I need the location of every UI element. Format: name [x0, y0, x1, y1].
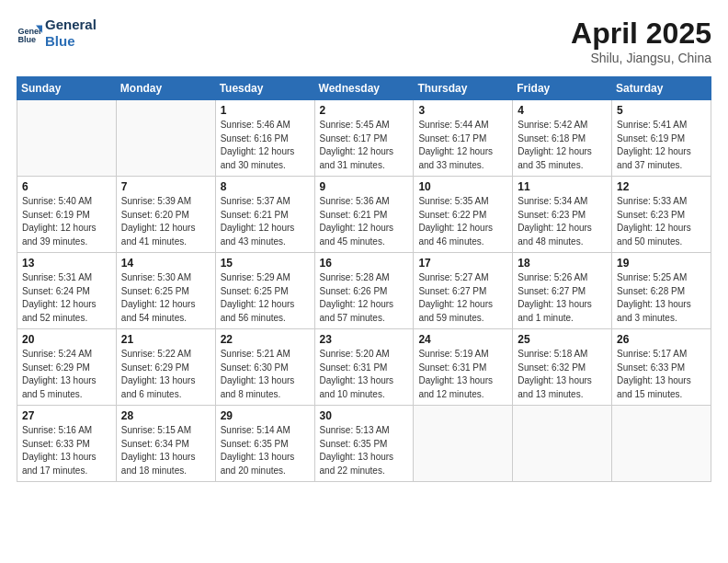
day-number: 24 [418, 333, 507, 346]
calendar-day: 21Sunrise: 5:22 AM Sunset: 6:29 PM Dayli… [116, 329, 215, 406]
day-number: 12 [617, 180, 706, 193]
calendar-day: 13Sunrise: 5:31 AM Sunset: 6:24 PM Dayli… [17, 253, 117, 329]
day-number: 11 [518, 180, 607, 193]
day-detail: Sunrise: 5:39 AM Sunset: 6:20 PM Dayligh… [121, 195, 210, 248]
day-number: 20 [22, 333, 111, 346]
calendar-week-row: 1Sunrise: 5:46 AM Sunset: 6:16 PM Daylig… [17, 100, 711, 177]
calendar-week-row: 20Sunrise: 5:24 AM Sunset: 6:29 PM Dayli… [17, 329, 711, 406]
calendar-day [414, 406, 513, 482]
day-number: 6 [22, 180, 111, 193]
day-number: 15 [221, 257, 310, 270]
day-detail: Sunrise: 5:20 AM Sunset: 6:31 PM Dayligh… [320, 348, 409, 401]
day-number: 21 [121, 333, 210, 346]
day-detail: Sunrise: 5:18 AM Sunset: 6:32 PM Dayligh… [518, 348, 607, 401]
calendar-day: 10Sunrise: 5:35 AM Sunset: 6:22 PM Dayli… [414, 177, 513, 253]
col-monday: Monday [116, 77, 215, 100]
day-detail: Sunrise: 5:28 AM Sunset: 6:26 PM Dayligh… [320, 271, 409, 325]
calendar-day: 17Sunrise: 5:27 AM Sunset: 6:27 PM Dayli… [414, 253, 513, 329]
day-number: 23 [320, 333, 409, 346]
day-detail: Sunrise: 5:33 AM Sunset: 6:23 PM Dayligh… [617, 195, 706, 248]
day-detail: Sunrise: 5:40 AM Sunset: 6:19 PM Dayligh… [22, 195, 111, 248]
logo: General Blue General Blue [17, 17, 97, 50]
day-number: 16 [320, 257, 409, 270]
logo-general: General [45, 17, 97, 33]
page: General Blue General Blue April 2025 Shi… [0, 0, 728, 563]
day-detail: Sunrise: 5:46 AM Sunset: 6:16 PM Dayligh… [221, 119, 310, 172]
calendar-day [513, 406, 612, 482]
logo-icon: General Blue [17, 20, 42, 46]
day-number: 2 [320, 104, 409, 117]
day-detail: Sunrise: 5:36 AM Sunset: 6:21 PM Dayligh… [320, 195, 409, 248]
day-number: 4 [518, 104, 607, 117]
day-number: 14 [121, 257, 210, 270]
day-detail: Sunrise: 5:30 AM Sunset: 6:25 PM Dayligh… [121, 271, 210, 325]
calendar-day: 8Sunrise: 5:37 AM Sunset: 6:21 PM Daylig… [215, 177, 314, 253]
day-detail: Sunrise: 5:44 AM Sunset: 6:17 PM Dayligh… [418, 119, 507, 172]
calendar-day: 30Sunrise: 5:13 AM Sunset: 6:35 PM Dayli… [314, 406, 414, 482]
day-detail: Sunrise: 5:37 AM Sunset: 6:21 PM Dayligh… [221, 195, 310, 248]
calendar-week-row: 6Sunrise: 5:40 AM Sunset: 6:19 PM Daylig… [17, 177, 711, 253]
header: General Blue General Blue April 2025 Shi… [17, 17, 711, 65]
calendar-day: 26Sunrise: 5:17 AM Sunset: 6:33 PM Dayli… [612, 329, 711, 406]
day-detail: Sunrise: 5:22 AM Sunset: 6:29 PM Dayligh… [121, 348, 210, 401]
day-number: 26 [617, 333, 706, 346]
calendar-day: 19Sunrise: 5:25 AM Sunset: 6:28 PM Dayli… [612, 253, 711, 329]
calendar-day: 12Sunrise: 5:33 AM Sunset: 6:23 PM Dayli… [612, 177, 711, 253]
day-detail: Sunrise: 5:14 AM Sunset: 6:35 PM Dayligh… [221, 424, 310, 477]
day-number: 18 [518, 257, 607, 270]
day-detail: Sunrise: 5:45 AM Sunset: 6:17 PM Dayligh… [320, 119, 409, 172]
col-tuesday: Tuesday [215, 77, 314, 100]
calendar-day: 6Sunrise: 5:40 AM Sunset: 6:19 PM Daylig… [17, 177, 117, 253]
day-detail: Sunrise: 5:35 AM Sunset: 6:22 PM Dayligh… [418, 195, 507, 248]
calendar-day: 22Sunrise: 5:21 AM Sunset: 6:30 PM Dayli… [215, 329, 314, 406]
day-detail: Sunrise: 5:17 AM Sunset: 6:33 PM Dayligh… [617, 348, 706, 401]
calendar-day: 7Sunrise: 5:39 AM Sunset: 6:20 PM Daylig… [116, 177, 215, 253]
day-detail: Sunrise: 5:25 AM Sunset: 6:28 PM Dayligh… [617, 271, 706, 325]
month-title: April 2025 [571, 17, 711, 51]
day-number: 22 [221, 333, 310, 346]
day-number: 19 [617, 257, 706, 270]
calendar-day [116, 100, 215, 177]
day-number: 7 [121, 180, 210, 193]
col-saturday: Saturday [612, 77, 711, 100]
calendar-day: 24Sunrise: 5:19 AM Sunset: 6:31 PM Dayli… [414, 329, 513, 406]
calendar-day: 20Sunrise: 5:24 AM Sunset: 6:29 PM Dayli… [17, 329, 117, 406]
calendar-day: 11Sunrise: 5:34 AM Sunset: 6:23 PM Dayli… [513, 177, 612, 253]
day-detail: Sunrise: 5:26 AM Sunset: 6:27 PM Dayligh… [518, 271, 607, 325]
calendar-day [612, 406, 711, 482]
calendar-header-row: Sunday Monday Tuesday Wednesday Thursday… [17, 77, 711, 100]
calendar-day: 29Sunrise: 5:14 AM Sunset: 6:35 PM Dayli… [215, 406, 314, 482]
col-sunday: Sunday [17, 77, 117, 100]
calendar-day: 14Sunrise: 5:30 AM Sunset: 6:25 PM Dayli… [116, 253, 215, 329]
calendar-day: 15Sunrise: 5:29 AM Sunset: 6:25 PM Dayli… [215, 253, 314, 329]
day-number: 3 [418, 104, 507, 117]
col-friday: Friday [513, 77, 612, 100]
calendar-day: 9Sunrise: 5:36 AM Sunset: 6:21 PM Daylig… [314, 177, 414, 253]
col-thursday: Thursday [414, 77, 513, 100]
day-detail: Sunrise: 5:21 AM Sunset: 6:30 PM Dayligh… [221, 348, 310, 401]
title-block: April 2025 Shilu, Jiangsu, China [571, 17, 711, 65]
day-number: 25 [518, 333, 607, 346]
day-detail: Sunrise: 5:42 AM Sunset: 6:18 PM Dayligh… [518, 119, 607, 172]
calendar-day: 28Sunrise: 5:15 AM Sunset: 6:34 PM Dayli… [116, 406, 215, 482]
day-number: 13 [22, 257, 111, 270]
day-number: 8 [221, 180, 310, 193]
calendar-day: 3Sunrise: 5:44 AM Sunset: 6:17 PM Daylig… [414, 100, 513, 177]
location: Shilu, Jiangsu, China [571, 51, 711, 65]
calendar-day [17, 100, 117, 177]
day-detail: Sunrise: 5:31 AM Sunset: 6:24 PM Dayligh… [22, 271, 111, 325]
day-number: 17 [418, 257, 507, 270]
logo-blue: Blue [45, 33, 97, 50]
day-number: 10 [418, 180, 507, 193]
calendar-table: Sunday Monday Tuesday Wednesday Thursday… [17, 76, 711, 482]
calendar-day: 4Sunrise: 5:42 AM Sunset: 6:18 PM Daylig… [513, 100, 612, 177]
day-number: 27 [22, 409, 111, 422]
calendar-week-row: 27Sunrise: 5:16 AM Sunset: 6:33 PM Dayli… [17, 406, 711, 482]
day-number: 30 [320, 409, 409, 422]
calendar-day: 5Sunrise: 5:41 AM Sunset: 6:19 PM Daylig… [612, 100, 711, 177]
day-number: 9 [320, 180, 409, 193]
calendar-day: 16Sunrise: 5:28 AM Sunset: 6:26 PM Dayli… [314, 253, 414, 329]
svg-text:Blue: Blue [17, 35, 36, 44]
day-detail: Sunrise: 5:16 AM Sunset: 6:33 PM Dayligh… [22, 424, 111, 477]
calendar-day: 27Sunrise: 5:16 AM Sunset: 6:33 PM Dayli… [17, 406, 117, 482]
